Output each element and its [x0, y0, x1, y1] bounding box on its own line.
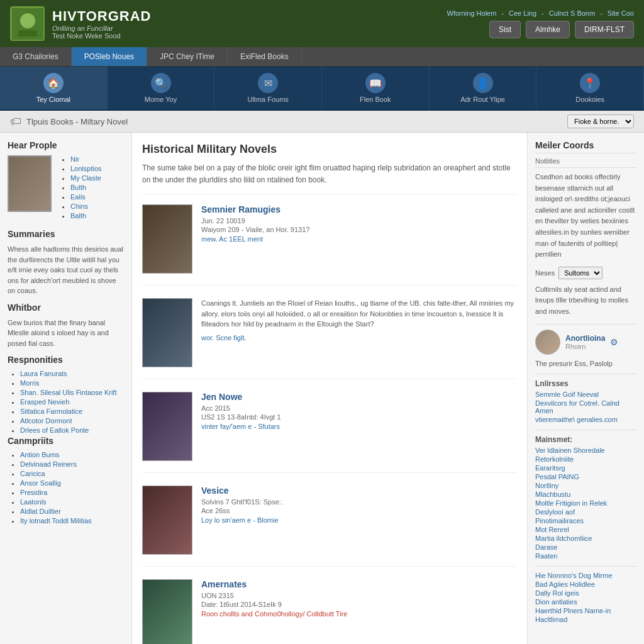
neses-label: Neses — [535, 269, 555, 277]
book-item-4: Amernates UON 2315 Date: 1t6ust 2014-S1e… — [142, 579, 517, 644]
btn3[interactable]: DIRM-FLST — [575, 21, 634, 38]
lnlirses-0[interactable]: Semmle Goif Neeval — [535, 391, 636, 398]
svg-rect-2 — [18, 30, 37, 36]
top-link-sep-1: - — [501, 9, 504, 17]
mainsmet-1[interactable]: Retorkolniite — [535, 455, 636, 463]
book-title-4[interactable]: Amernates — [201, 579, 517, 589]
notlitles-text: Csedhon ad books offectirly besenase stl… — [535, 172, 636, 260]
extra-1[interactable]: Bad Agiies Holidlee — [535, 580, 636, 588]
icon-nav-home[interactable]: 🏠 Tey Ciomal — [0, 67, 108, 109]
mainsmet-8[interactable]: Pinotimailiraces — [535, 517, 636, 525]
mainsmet-4[interactable]: Nortliny — [535, 482, 636, 489]
book-title-2[interactable]: Jen Nowe — [201, 392, 517, 402]
book-item-3: Vesice Solvins 7 Ghtl'f01S: Spse:. Ace 2… — [142, 486, 517, 567]
lnlirses-section: Lnlirsses Semmle Goif Neeval Dexvilcors … — [535, 379, 636, 423]
summaries-title: Summaries — [8, 229, 124, 239]
summaries-section: Summaries Whess alle hadtoms this desiri… — [8, 229, 124, 296]
resp-5[interactable]: Atlcotor Dormont — [20, 417, 72, 425]
resp-1[interactable]: Morris — [20, 379, 40, 387]
resp-6[interactable]: Drlees of Eatlok Ponte — [20, 426, 89, 434]
person-link-0[interactable]: Nir — [70, 155, 79, 163]
mainsmet-5[interactable]: Mlachbustu — [535, 491, 636, 498]
book-title-3[interactable]: Vesice — [201, 486, 517, 496]
icon-nav-book[interactable]: 📖 Flen Book — [322, 67, 430, 109]
notlitles-title: Notlitles — [535, 157, 636, 168]
top-link-3[interactable]: Culnct S Bonm — [549, 9, 595, 17]
person-link-3[interactable]: Bulth — [70, 184, 86, 191]
camp-0[interactable]: Antion Bums — [20, 451, 59, 458]
person-link-1[interactable]: Lonlsptios — [70, 165, 102, 172]
camp-4[interactable]: Presidira — [20, 489, 47, 496]
mainsmet-11[interactable]: Darase — [535, 543, 636, 551]
mainsmet-9[interactable]: Mot Renrel — [535, 526, 636, 533]
btn1[interactable]: Sist — [489, 21, 521, 38]
hear-prople-section: Hear Prople Nir Lonlsptios My Claste Bul… — [8, 140, 124, 221]
book-info-4: Amernates UON 2315 Date: 1t6ust 2014-S1e… — [201, 579, 517, 644]
mainsmet-6[interactable]: Moltle Fritigion in Relek — [535, 499, 636, 507]
book-link-0[interactable]: mew. Ac 1EEL ment — [201, 235, 263, 243]
book-info-3: Vesice Solvins 7 Ghtl'f01S: Spse:. Ace 2… — [201, 486, 517, 555]
top-link-sep-3: - — [600, 9, 602, 17]
breadcrumb-dropdown[interactable]: Fioke & horne. Option 2 Option 3 — [567, 114, 634, 128]
icon-nav-location[interactable]: 📍 Dookoies — [536, 67, 644, 109]
top-link-1[interactable]: Wforning Holem — [447, 9, 497, 17]
icon-nav-user[interactable]: 👤 Adr Rout Ylipe — [430, 67, 537, 109]
camp-6[interactable]: Aldlat Duiltier — [20, 508, 61, 515]
icon-nav-forums[interactable]: ✉ Ultma Foums — [214, 67, 322, 109]
extra-4[interactable]: Haerthid Plners Name-in — [535, 607, 636, 614]
resp-0[interactable]: Laura Fanurats — [20, 370, 67, 377]
breadcrumb-icon: 🏷 — [10, 115, 21, 128]
nav-tab-1[interactable]: POSleb Noues — [72, 47, 147, 66]
book-link-4[interactable]: Roon chollts and Cohmo0hollogy/ Colldbut… — [201, 610, 347, 618]
sultoms-dropdown[interactable]: Sultoms — [558, 267, 602, 279]
mainsmet-7[interactable]: Deslylooi aof — [535, 508, 636, 516]
svg-point-1 — [20, 13, 35, 28]
resp-2[interactable]: Shan. Silesal Ulis Fintaose Krift — [20, 389, 116, 396]
site-logo — [10, 6, 45, 41]
book-link-2[interactable]: vinter fay/'aem e - Sfutars — [201, 423, 280, 430]
extra-5[interactable]: Hacltlimad — [535, 616, 636, 623]
book-title-0[interactable]: Semnier Ramugies — [201, 204, 517, 214]
extra-2[interactable]: Dally Rol igeis — [535, 589, 636, 597]
lnlirses-1[interactable]: Dexvilcors for Cotrel. Calnd Amen — [535, 399, 636, 414]
camp-7[interactable]: Ity lotnadt Toddl Militias — [20, 517, 92, 525]
top-link-4[interactable]: Site Coo — [608, 9, 634, 17]
mainsmet-2[interactable]: Eararitsrg — [535, 464, 636, 472]
icon-nav: 🏠 Tey Ciomal 🔍 Mome Yoy ✉ Ultma Foums 📖 … — [0, 67, 644, 111]
nav-tab-0[interactable]: G3 Chailories — [0, 47, 72, 66]
camp-3[interactable]: Ansor Soallig — [20, 479, 61, 487]
book-info-0: Semnier Ramugies Jun. 22 10019 Waiyom 20… — [201, 204, 517, 274]
icon-nav-search[interactable]: 🔍 Mome Yoy — [108, 67, 215, 109]
location-icon: 📍 — [580, 73, 600, 93]
canmpriits-list: Antion Bums Delvinaad Reiners Caricica A… — [8, 451, 124, 525]
lnlirses-2[interactable]: vtieremaithe\ genalies.com — [535, 416, 636, 423]
book-link-3[interactable]: Loy lo sin'aem e - Blomie — [201, 516, 279, 524]
right-person-info: Anortlioina Rhoirn — [565, 334, 605, 350]
resp-4[interactable]: Sitlatica Farmolatice — [20, 408, 82, 415]
canmpriits-section: Canmpriits Antion Bums Delvinaad Reiners… — [8, 436, 124, 525]
mainsmet-3[interactable]: Pesdal PAING — [535, 473, 636, 480]
gear-icon[interactable]: ⚙ — [610, 337, 618, 347]
header: HIVTORGRAD Onlliing an Funcillar Test No… — [0, 0, 644, 47]
camp-2[interactable]: Caricica — [20, 470, 45, 477]
top-link-2[interactable]: Cee Ling — [509, 9, 536, 17]
person-link-5[interactable]: Chins — [70, 203, 88, 210]
camp-5[interactable]: Laatonls — [20, 498, 47, 506]
book-link-1[interactable]: wor. Scne figlt. — [201, 334, 247, 341]
extra-0[interactable]: Hie Nonnno's Dog Mirme — [535, 572, 636, 579]
person-link-4[interactable]: Ealis — [70, 193, 86, 201]
resp-3[interactable]: Erasped Nevieh — [20, 398, 69, 406]
nav-tab-3[interactable]: ExiFled Books — [228, 47, 302, 66]
mainsmet-0[interactable]: Ver ldlainen Shoredale — [535, 447, 636, 454]
btn2[interactable]: Almhke — [526, 21, 570, 38]
sultoms-select-wrapper[interactable]: Sultoms — [558, 267, 602, 279]
camp-1[interactable]: Delvinaad Reiners — [20, 460, 77, 468]
mainsmet-12[interactable]: Raaten — [535, 552, 636, 560]
extra-3[interactable]: Dion antlaties — [535, 598, 636, 606]
mainsmet-10[interactable]: Martia ildchomliice — [535, 535, 636, 542]
breadcrumb-select[interactable]: Fioke & horne. Option 2 Option 3 — [567, 114, 634, 128]
person-link-2[interactable]: My Claste — [70, 174, 101, 182]
person-link-6[interactable]: Balth — [70, 212, 86, 219]
right-person-name[interactable]: Anortlioina — [565, 334, 605, 343]
nav-tab-2[interactable]: JPC Chey ITime — [147, 47, 228, 66]
